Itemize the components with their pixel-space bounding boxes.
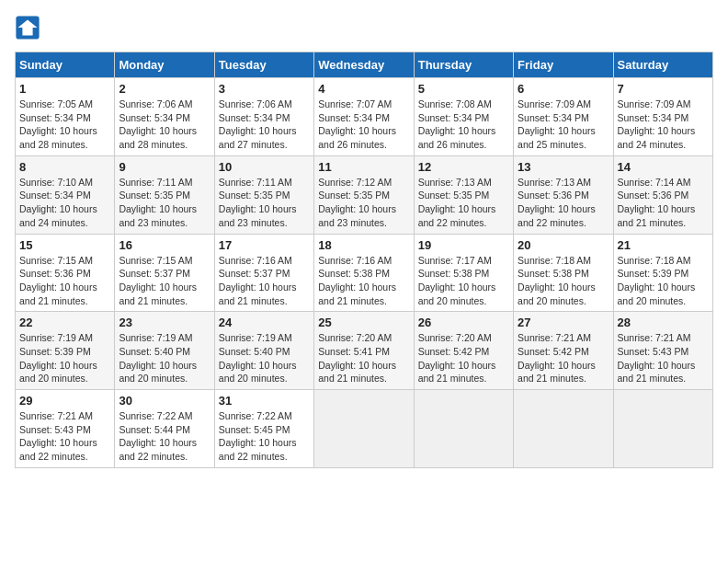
day-number: 26 <box>418 316 509 329</box>
day-number: 2 <box>119 82 210 96</box>
day-number: 15 <box>19 238 110 252</box>
calendar-day-cell <box>414 390 513 468</box>
day-number: 29 <box>19 394 110 408</box>
calendar-day-cell: 22Sunrise: 7:19 AMSunset: 5:39 PMDayligh… <box>16 312 115 390</box>
calendar-body: 1Sunrise: 7:05 AMSunset: 5:34 PMDaylight… <box>16 78 713 468</box>
day-info: Sunrise: 7:17 AMSunset: 5:38 PMDaylight:… <box>418 254 509 308</box>
calendar-day-cell: 26Sunrise: 7:20 AMSunset: 5:42 PMDayligh… <box>414 312 513 390</box>
weekday-header-row: SundayMondayTuesdayWednesdayThursdayFrid… <box>16 52 713 78</box>
day-info: Sunrise: 7:19 AMSunset: 5:40 PMDaylight:… <box>119 331 210 385</box>
day-info: Sunrise: 7:22 AMSunset: 5:44 PMDaylight:… <box>119 409 210 464</box>
day-number: 21 <box>618 238 709 252</box>
day-number: 22 <box>19 316 110 329</box>
day-info: Sunrise: 7:20 AMSunset: 5:41 PMDaylight:… <box>318 331 409 385</box>
day-info: Sunrise: 7:13 AMSunset: 5:35 PMDaylight:… <box>418 176 509 230</box>
day-number: 13 <box>518 160 609 174</box>
calendar-day-cell: 11Sunrise: 7:12 AMSunset: 5:35 PMDayligh… <box>314 155 414 234</box>
calendar-day-cell: 18Sunrise: 7:16 AMSunset: 5:38 PMDayligh… <box>314 234 414 312</box>
weekday-header-cell: Thursday <box>414 52 513 78</box>
calendar-day-cell: 24Sunrise: 7:19 AMSunset: 5:40 PMDayligh… <box>214 312 313 390</box>
day-info: Sunrise: 7:16 AMSunset: 5:37 PMDaylight:… <box>219 254 310 308</box>
day-info: Sunrise: 7:16 AMSunset: 5:38 PMDaylight:… <box>318 254 409 308</box>
calendar-day-cell <box>613 390 712 468</box>
calendar-day-cell: 1Sunrise: 7:05 AMSunset: 5:34 PMDaylight… <box>16 78 115 156</box>
day-info: Sunrise: 7:14 AMSunset: 5:36 PMDaylight:… <box>618 176 709 230</box>
day-info: Sunrise: 7:06 AMSunset: 5:34 PMDaylight:… <box>119 98 210 152</box>
calendar-day-cell <box>314 390 414 468</box>
calendar-day-cell: 30Sunrise: 7:22 AMSunset: 5:44 PMDayligh… <box>115 390 214 468</box>
day-number: 3 <box>219 82 310 96</box>
day-info: Sunrise: 7:06 AMSunset: 5:34 PMDaylight:… <box>219 98 310 152</box>
weekday-header-cell: Sunday <box>16 52 115 78</box>
day-info: Sunrise: 7:18 AMSunset: 5:39 PMDaylight:… <box>618 254 709 308</box>
calendar-day-cell: 4Sunrise: 7:07 AMSunset: 5:34 PMDaylight… <box>314 78 414 156</box>
calendar-day-cell: 5Sunrise: 7:08 AMSunset: 5:34 PMDaylight… <box>414 78 513 156</box>
weekday-header-cell: Saturday <box>613 52 712 78</box>
calendar-day-cell: 7Sunrise: 7:09 AMSunset: 5:34 PMDaylight… <box>613 78 712 156</box>
day-number: 27 <box>518 316 609 329</box>
calendar-day-cell: 10Sunrise: 7:11 AMSunset: 5:35 PMDayligh… <box>214 155 313 234</box>
day-number: 30 <box>119 394 210 408</box>
day-info: Sunrise: 7:07 AMSunset: 5:34 PMDaylight:… <box>318 98 409 152</box>
day-info: Sunrise: 7:19 AMSunset: 5:40 PMDaylight:… <box>219 331 310 385</box>
day-info: Sunrise: 7:11 AMSunset: 5:35 PMDaylight:… <box>119 176 210 230</box>
day-info: Sunrise: 7:21 AMSunset: 5:43 PMDaylight:… <box>19 409 110 464</box>
calendar-day-cell: 20Sunrise: 7:18 AMSunset: 5:38 PMDayligh… <box>514 234 613 312</box>
calendar-week-row: 22Sunrise: 7:19 AMSunset: 5:39 PMDayligh… <box>16 312 713 390</box>
calendar-week-row: 1Sunrise: 7:05 AMSunset: 5:34 PMDaylight… <box>16 78 713 156</box>
weekday-header-cell: Tuesday <box>214 52 313 78</box>
day-number: 11 <box>318 160 409 174</box>
calendar-day-cell: 13Sunrise: 7:13 AMSunset: 5:36 PMDayligh… <box>514 155 613 234</box>
day-number: 9 <box>119 160 210 174</box>
calendar-week-row: 15Sunrise: 7:15 AMSunset: 5:36 PMDayligh… <box>16 234 713 312</box>
day-number: 24 <box>219 316 310 329</box>
day-info: Sunrise: 7:05 AMSunset: 5:34 PMDaylight:… <box>19 98 110 152</box>
calendar-day-cell: 15Sunrise: 7:15 AMSunset: 5:36 PMDayligh… <box>16 234 115 312</box>
day-info: Sunrise: 7:21 AMSunset: 5:43 PMDaylight:… <box>618 331 709 385</box>
day-number: 5 <box>418 82 509 96</box>
calendar-day-cell: 27Sunrise: 7:21 AMSunset: 5:42 PMDayligh… <box>514 312 613 390</box>
calendar-day-cell: 14Sunrise: 7:14 AMSunset: 5:36 PMDayligh… <box>613 155 712 234</box>
day-number: 7 <box>618 82 709 96</box>
day-number: 23 <box>119 316 210 329</box>
calendar-day-cell: 3Sunrise: 7:06 AMSunset: 5:34 PMDaylight… <box>214 78 313 156</box>
logo-icon <box>15 15 40 40</box>
day-number: 18 <box>318 238 409 252</box>
day-info: Sunrise: 7:13 AMSunset: 5:36 PMDaylight:… <box>518 176 609 230</box>
calendar-day-cell: 25Sunrise: 7:20 AMSunset: 5:41 PMDayligh… <box>314 312 414 390</box>
day-number: 1 <box>19 82 110 96</box>
calendar-week-row: 29Sunrise: 7:21 AMSunset: 5:43 PMDayligh… <box>16 390 713 468</box>
calendar-table: SundayMondayTuesdayWednesdayThursdayFrid… <box>15 52 713 468</box>
calendar-day-cell: 9Sunrise: 7:11 AMSunset: 5:35 PMDaylight… <box>115 155 214 234</box>
day-info: Sunrise: 7:21 AMSunset: 5:42 PMDaylight:… <box>518 331 609 385</box>
day-info: Sunrise: 7:09 AMSunset: 5:34 PMDaylight:… <box>618 98 709 152</box>
day-info: Sunrise: 7:15 AMSunset: 5:37 PMDaylight:… <box>119 254 210 308</box>
calendar-day-cell: 28Sunrise: 7:21 AMSunset: 5:43 PMDayligh… <box>613 312 712 390</box>
day-info: Sunrise: 7:08 AMSunset: 5:34 PMDaylight:… <box>418 98 509 152</box>
day-number: 17 <box>219 238 310 252</box>
calendar-week-row: 8Sunrise: 7:10 AMSunset: 5:34 PMDaylight… <box>16 155 713 234</box>
calendar-day-cell: 8Sunrise: 7:10 AMSunset: 5:34 PMDaylight… <box>16 155 115 234</box>
calendar-day-cell: 19Sunrise: 7:17 AMSunset: 5:38 PMDayligh… <box>414 234 513 312</box>
calendar-day-cell: 6Sunrise: 7:09 AMSunset: 5:34 PMDaylight… <box>514 78 613 156</box>
day-number: 10 <box>219 160 310 174</box>
weekday-header-cell: Monday <box>115 52 214 78</box>
day-number: 12 <box>418 160 509 174</box>
weekday-header-cell: Wednesday <box>314 52 414 78</box>
calendar-day-cell: 17Sunrise: 7:16 AMSunset: 5:37 PMDayligh… <box>214 234 313 312</box>
day-info: Sunrise: 7:10 AMSunset: 5:34 PMDaylight:… <box>19 176 110 230</box>
logo <box>15 15 44 40</box>
day-number: 19 <box>418 238 509 252</box>
weekday-header-cell: Friday <box>514 52 613 78</box>
day-number: 4 <box>318 82 409 96</box>
day-info: Sunrise: 7:11 AMSunset: 5:35 PMDaylight:… <box>219 176 310 230</box>
day-info: Sunrise: 7:15 AMSunset: 5:36 PMDaylight:… <box>19 254 110 308</box>
calendar-day-cell: 29Sunrise: 7:21 AMSunset: 5:43 PMDayligh… <box>16 390 115 468</box>
calendar-day-cell: 16Sunrise: 7:15 AMSunset: 5:37 PMDayligh… <box>115 234 214 312</box>
day-number: 6 <box>518 82 609 96</box>
day-number: 25 <box>318 316 409 329</box>
day-number: 16 <box>119 238 210 252</box>
calendar-day-cell: 2Sunrise: 7:06 AMSunset: 5:34 PMDaylight… <box>115 78 214 156</box>
calendar-day-cell: 21Sunrise: 7:18 AMSunset: 5:39 PMDayligh… <box>613 234 712 312</box>
day-number: 8 <box>19 160 110 174</box>
